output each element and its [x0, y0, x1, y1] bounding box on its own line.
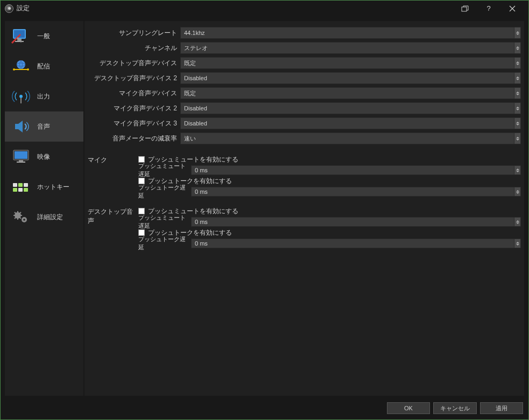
svg-point-14 [19, 95, 23, 98]
desktop-audio2-label: デスクトップ音声デバイス 2 [88, 74, 177, 83]
mic-section-label: マイク [88, 155, 135, 197]
sidebar-audio-label: 音声 [37, 122, 50, 131]
gears-icon [10, 208, 32, 226]
desktop-section-label: デスクトップ音声 [88, 206, 135, 248]
sidebar: 一般 配信 [5, 21, 83, 396]
mic-push-mute-delay-spinner[interactable]: 0 ms [191, 165, 521, 175]
channels-value: ステレオ [184, 44, 517, 52]
desktop-audio-section: デスクトップ音声 プッシュミュートを有効にする プッシュミュート遅延 0 ms … [88, 206, 521, 248]
sidebar-general-label: 一般 [37, 32, 50, 41]
footer: OK キャンセル 適用 [1, 400, 528, 416]
sidebar-item-video[interactable]: 映像 [5, 142, 83, 172]
sidebar-item-hotkeys[interactable]: ホットキー [5, 172, 83, 202]
sidebar-video-label: 映像 [37, 152, 50, 162]
desktop-push-mute-delay-spinner[interactable]: 0 ms [191, 217, 521, 227]
mic-push-talk-delay-value: 0 ms [195, 188, 208, 195]
decay-rate-dropdown[interactable]: 速い [180, 132, 521, 144]
svg-rect-23 [13, 188, 17, 192]
spinner-arrows-icon [514, 133, 520, 144]
mic-audio2-label: マイク音声デバイス 2 [88, 104, 177, 113]
desktop-audio-value: 既定 [184, 59, 517, 67]
ok-button[interactable]: OK [387, 402, 430, 414]
desktop-audio2-dropdown[interactable]: Disabled [180, 72, 521, 84]
sidebar-item-output[interactable]: 出力 [5, 81, 83, 111]
svg-rect-25 [24, 188, 28, 192]
mic-audio2-dropdown[interactable]: Disabled [180, 102, 521, 114]
restore-icon[interactable] [453, 1, 477, 16]
apply-button[interactable]: 適用 [480, 402, 523, 414]
monitor-tools-icon [10, 27, 32, 45]
mic-audio3-value: Disabled [184, 120, 517, 127]
desktop-audio-dropdown[interactable]: 既定 [180, 57, 521, 69]
sidebar-hotkeys-label: ホットキー [37, 183, 69, 192]
decay-rate-value: 速い [184, 135, 517, 143]
cancel-button[interactable]: キャンセル [433, 402, 477, 414]
content-area: 一般 配信 [1, 17, 528, 400]
sidebar-item-audio[interactable]: 音声 [5, 111, 83, 142]
sample-rate-dropdown[interactable]: 44.1khz [180, 27, 521, 39]
channels-label: チャンネル [88, 44, 177, 53]
spinner-arrows-icon [514, 166, 520, 174]
sidebar-item-general[interactable]: 一般 [5, 21, 83, 51]
keyboard-icon [10, 178, 32, 195]
desktop-audio-label: デスクトップ音声デバイス [88, 59, 177, 68]
mic-push-talk-delay-label: プッシュトーク遅延 [138, 184, 189, 200]
spinner-arrows-icon [514, 239, 520, 248]
window-title: 設定 [17, 4, 30, 13]
desktop-push-mute-delay-value: 0 ms [195, 219, 208, 225]
svg-point-13 [27, 68, 29, 71]
spinner-arrows-icon [514, 103, 520, 114]
spinner-arrows-icon [514, 27, 520, 38]
titlebar: 設定 ? [1, 1, 528, 17]
sample-rate-label: サンプリングレート [88, 29, 177, 38]
spinner-arrows-icon [514, 187, 520, 196]
svg-point-29 [23, 219, 25, 221]
main-panel: サンプリングレート 44.1khz チャンネル ステレオ デスクトップ音声デバイ… [84, 21, 524, 396]
help-button[interactable]: ? [477, 1, 500, 16]
svg-rect-0 [462, 7, 467, 11]
sidebar-stream-label: 配信 [37, 62, 50, 71]
svg-rect-22 [24, 183, 28, 187]
spinner-arrows-icon [514, 58, 520, 68]
sidebar-output-label: 出力 [37, 92, 50, 101]
channels-dropdown[interactable]: ステレオ [180, 42, 521, 54]
desktop-push-talk-delay-spinner[interactable]: 0 ms [191, 239, 521, 248]
mic-audio-label: マイク音声デバイス [88, 89, 177, 98]
mic-section: マイク プッシュミュートを有効にする プッシュミュート遅延 0 ms プッシュト… [88, 155, 521, 197]
spinner-arrows-icon [514, 73, 520, 83]
sidebar-item-advanced[interactable]: 詳細設定 [5, 202, 83, 232]
monitor-icon [10, 148, 32, 165]
mic-push-mute-delay-value: 0 ms [195, 167, 208, 173]
svg-rect-21 [18, 183, 23, 187]
spinner-arrows-icon [514, 118, 520, 129]
close-button[interactable] [500, 1, 524, 16]
desktop-push-talk-delay-value: 0 ms [195, 240, 208, 247]
svg-rect-24 [18, 188, 23, 192]
mic-push-talk-delay-spinner[interactable]: 0 ms [191, 187, 521, 197]
mic-audio-value: 既定 [184, 89, 517, 97]
svg-rect-18 [19, 160, 23, 162]
svg-rect-11 [14, 69, 28, 70]
speaker-icon [10, 118, 32, 135]
globe-stream-icon [10, 58, 32, 75]
svg-rect-6 [15, 41, 24, 42]
desktop-audio2-value: Disabled [184, 75, 517, 81]
svg-point-9 [17, 60, 25, 69]
desktop-push-talk-delay-label: プッシュトーク遅延 [138, 235, 189, 251]
mic-audio-dropdown[interactable]: 既定 [180, 87, 521, 99]
broadcast-icon [10, 88, 32, 105]
sidebar-item-stream[interactable]: 配信 [5, 51, 83, 81]
spinner-arrows-icon [514, 218, 520, 226]
mic-audio2-value: Disabled [184, 105, 517, 111]
spinner-arrows-icon [514, 43, 520, 53]
app-icon [5, 4, 13, 13]
spinner-arrows-icon [514, 88, 520, 99]
svg-rect-20 [13, 183, 17, 187]
svg-rect-19 [17, 162, 25, 163]
sidebar-advanced-label: 詳細設定 [37, 213, 63, 222]
svg-point-12 [13, 68, 15, 71]
sample-rate-value: 44.1khz [184, 30, 517, 36]
mic-audio3-label: マイク音声デバイス 3 [88, 119, 177, 128]
mic-audio3-dropdown[interactable]: Disabled [180, 117, 521, 129]
decay-rate-label: 音声メーターの減衰率 [88, 134, 177, 143]
